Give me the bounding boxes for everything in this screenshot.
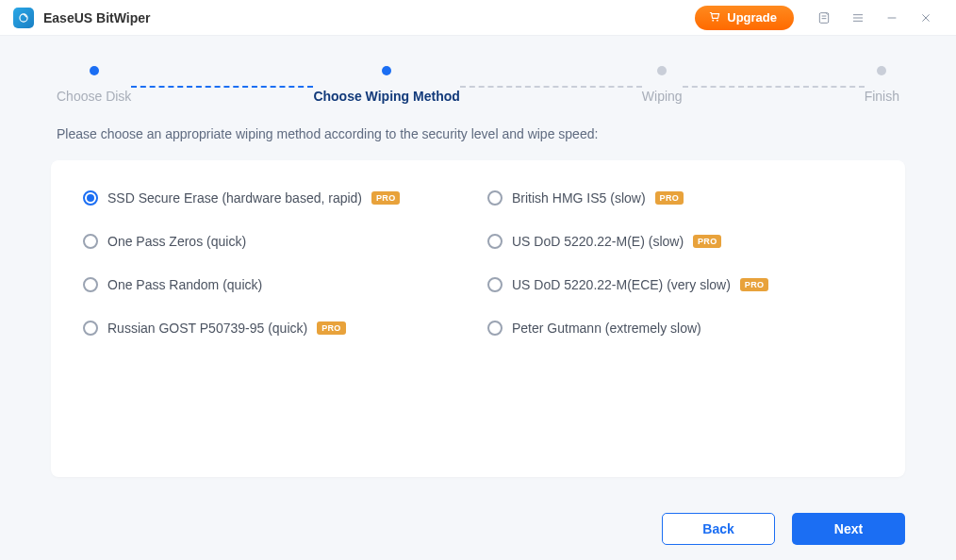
log-icon[interactable] <box>807 1 841 35</box>
instruction-text: Please choose an appropriate wiping meth… <box>0 104 956 153</box>
option-label: One Pass Zeros (quick) <box>107 234 246 249</box>
radio-icon <box>487 234 503 249</box>
radio-icon <box>487 321 503 336</box>
radio-icon <box>487 277 503 292</box>
option-one-pass-random[interactable]: One Pass Random (quick) <box>83 277 469 292</box>
footer: Back Next <box>662 513 905 545</box>
svg-point-0 <box>20 13 27 21</box>
pro-badge: PRO <box>655 191 684 205</box>
option-label: US DoD 5220.22-M(ECE) (very slow) <box>512 277 731 292</box>
option-label: Russian GOST P50739-95 (quick) <box>107 321 307 336</box>
step-connector <box>131 86 313 88</box>
step-label: Choose Wiping Method <box>313 89 459 104</box>
radio-icon <box>83 321 98 336</box>
svg-point-1 <box>713 20 715 22</box>
step-finish: Finish <box>865 66 899 104</box>
radio-icon <box>487 190 503 206</box>
option-label: Peter Gutmann (extremely slow) <box>512 321 701 336</box>
step-dot <box>877 66 886 75</box>
pro-badge: PRO <box>740 278 768 291</box>
app-icon <box>13 8 34 28</box>
app-title: EaseUS BitWiper <box>43 10 150 25</box>
minimize-icon[interactable] <box>875 1 909 35</box>
step-label: Choose Disk <box>57 89 131 104</box>
pro-badge: PRO <box>371 191 400 205</box>
radio-icon <box>83 277 98 292</box>
option-peter-gutmann[interactable]: Peter Gutmann (extremely slow) <box>487 321 873 336</box>
option-label: One Pass Random (quick) <box>107 277 262 292</box>
option-one-pass-zeros[interactable]: One Pass Zeros (quick) <box>83 234 469 249</box>
option-british-hmg-is5[interactable]: British HMG IS5 (slow) PRO <box>487 190 873 206</box>
option-label: US DoD 5220.22-M(E) (slow) <box>512 234 684 249</box>
step-choose-method: Choose Wiping Method <box>313 66 459 104</box>
option-label: SSD Secure Erase (hardware based, rapid) <box>107 190 362 206</box>
options-panel: SSD Secure Erase (hardware based, rapid)… <box>51 160 905 477</box>
step-label: Finish <box>865 89 899 104</box>
pro-badge: PRO <box>317 321 345 335</box>
option-russian-gost[interactable]: Russian GOST P50739-95 (quick) PRO <box>83 321 469 336</box>
step-dot <box>657 66 667 75</box>
stepper: Choose Disk Choose Wiping Method Wiping … <box>0 36 956 104</box>
radio-icon <box>83 190 98 206</box>
radio-icon <box>83 234 98 249</box>
titlebar: EaseUS BitWiper Upgrade <box>0 0 956 36</box>
close-icon[interactable] <box>909 1 943 35</box>
step-wiping: Wiping <box>642 66 683 104</box>
step-dot <box>382 66 391 75</box>
svg-point-2 <box>717 20 718 22</box>
step-connector <box>460 86 642 88</box>
cart-icon <box>708 9 721 25</box>
upgrade-label: Upgrade <box>727 10 777 25</box>
step-label: Wiping <box>642 89 683 104</box>
step-dot <box>90 66 99 75</box>
option-us-dod-e[interactable]: US DoD 5220.22-M(E) (slow) PRO <box>487 234 873 249</box>
option-us-dod-ece[interactable]: US DoD 5220.22-M(ECE) (very slow) PRO <box>487 277 873 292</box>
option-label: British HMG IS5 (slow) <box>512 190 646 206</box>
step-choose-disk: Choose Disk <box>57 66 131 104</box>
upgrade-button[interactable]: Upgrade <box>695 6 794 30</box>
pro-badge: PRO <box>693 235 721 248</box>
option-ssd-secure-erase[interactable]: SSD Secure Erase (hardware based, rapid)… <box>83 190 469 206</box>
next-button[interactable]: Next <box>792 513 905 545</box>
options-grid: SSD Secure Erase (hardware based, rapid)… <box>83 190 873 336</box>
back-button[interactable]: Back <box>662 513 775 545</box>
step-connector <box>683 86 865 88</box>
menu-icon[interactable] <box>841 1 875 35</box>
